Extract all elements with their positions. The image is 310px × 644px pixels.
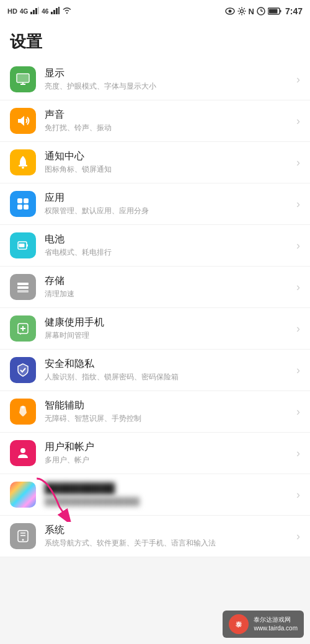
notification-icon [10,149,36,175]
svg-rect-4 [51,12,53,14]
watermark: 泰 泰尔达游戏网 www.tairda.com [223,611,304,638]
carrier-label: HD [7,7,17,15]
display-icon [10,66,36,92]
accounts-arrow: › [296,447,300,460]
settings-item-security[interactable]: 安全和隐私 人脸识别、指纹、锁屏密码、密码保险箱 › [0,350,310,391]
svg-point-10 [240,10,243,13]
notification-subtitle: 图标角标、锁屏通知 [45,164,291,175]
svg-rect-25 [17,198,22,203]
svg-rect-26 [24,198,29,203]
security-subtitle: 人脸识别、指纹、锁屏密码、密码保险箱 [45,372,291,382]
blurred-title: ██████████ [45,482,291,495]
settings-item-display[interactable]: 显示 亮度、护眼模式、字体与显示大小 › [0,59,310,100]
accounts-icon [10,440,36,466]
settings-item-system[interactable]: 系统 系统导航方式、软件更新、关于手机、语言和输入法 › [0,516,310,557]
apps-arrow: › [296,198,300,211]
accessibility-arrow: › [296,405,300,418]
sound-icon [10,108,36,134]
system-title: 系统 [45,524,291,537]
storage-subtitle: 清理加速 [45,289,291,299]
accounts-text: 用户和帐户 多用户、帐户 [45,441,291,465]
svg-rect-30 [19,244,25,247]
blurred-icon [10,482,36,508]
signal-bars-1 [30,7,39,15]
settings-status-icon [237,7,246,15]
display-title: 显示 [45,67,291,80]
svg-rect-18 [17,74,29,82]
settings-item-apps[interactable]: 应用 权限管理、默认应用、应用分身 › [0,183,310,225]
svg-rect-33 [17,286,29,289]
notification-title: 通知中心 [45,150,291,163]
accessibility-icon [10,399,36,425]
apps-icon [10,191,36,217]
blurred-arrow: › [296,488,300,501]
blurred-text-container: ██████████ ██████████████████ [45,482,291,507]
svg-rect-6 [56,8,58,14]
signal-46-1: 46 [42,8,48,15]
system-icon [10,523,36,549]
accessibility-title: 智能辅助 [45,399,291,412]
svg-rect-31 [27,244,28,247]
n-icon: N [249,7,254,16]
health-title: 健康使用手机 [45,316,291,329]
time-display: 7:47 [285,6,303,16]
settings-list: 显示 亮度、护眼模式、字体与显示大小 › 声音 免打扰、铃声、振动 › [0,59,310,557]
status-bar: HD 4G 46 [0,0,310,22]
settings-item-blurred[interactable]: ██████████ ██████████████████ › [0,474,310,516]
apps-text: 应用 权限管理、默认应用、应用分身 [45,192,291,216]
sound-subtitle: 免打扰、铃声、振动 [45,123,291,133]
battery-subtitle: 省电模式、耗电排行 [45,247,291,258]
notification-arrow: › [296,156,300,169]
svg-point-23 [22,167,24,169]
health-icon [10,315,36,342]
watermark-brand: 泰尔达游戏网 [254,615,298,624]
settings-item-health[interactable]: 健康使用手机 屏幕时间管理 › [0,308,310,350]
wifi-icon [62,7,72,15]
svg-rect-16 [280,10,281,12]
watermark-url: www.tairda.com [254,624,298,633]
battery-icon [268,7,281,15]
settings-item-accounts[interactable]: 用户和帐户 多用户、帐户 › [0,433,310,474]
storage-arrow: › [296,281,300,294]
svg-rect-7 [58,7,60,14]
sound-title: 声音 [45,108,291,121]
page-title: 设置 [0,22,310,59]
svg-point-9 [228,10,231,13]
svg-marker-21 [18,116,24,126]
settings-item-sound[interactable]: 声音 免打扰、铃声、振动 › [0,100,310,142]
display-arrow: › [296,73,300,86]
health-subtitle: 屏幕时间管理 [45,330,291,341]
eye-icon [225,7,235,15]
security-text: 安全和隐私 人脸识别、指纹、锁屏密码、密码保险箱 [45,358,291,382]
settings-item-notification[interactable]: 通知中心 图标角标、锁屏通知 › [0,142,310,183]
blurred-subtitle: ██████████████████ [45,496,291,507]
signal-4g: 4G [20,8,28,15]
svg-rect-2 [35,8,37,14]
svg-rect-15 [268,9,277,14]
battery-text: 电池 省电模式、耗电排行 [45,233,291,258]
system-subtitle: 系统导航方式、软件更新、关于手机、语言和输入法 [45,538,291,549]
sound-arrow: › [296,115,300,128]
svg-rect-1 [33,10,35,14]
settings-item-battery[interactable]: 电池 省电模式、耗电排行 › [0,225,310,267]
status-bar-left: HD 4G 46 [7,7,72,15]
settings-item-accessibility[interactable]: 智能辅助 无障碍、智慧识屏、手势控制 › [0,391,310,433]
svg-text:泰: 泰 [236,621,242,628]
svg-rect-27 [17,205,22,210]
svg-point-39 [20,448,25,453]
display-text: 显示 亮度、护眼模式、字体与显示大小 [45,67,291,92]
svg-point-42 [22,539,24,541]
apps-title: 应用 [45,192,291,205]
system-text: 系统 系统导航方式、软件更新、关于手机、语言和输入法 [45,524,291,549]
storage-title: 存储 [45,275,291,288]
notification-text: 通知中心 图标角标、锁屏通知 [45,150,291,175]
accessibility-text: 智能辅助 无障碍、智慧识屏、手势控制 [45,399,291,424]
accounts-title: 用户和帐户 [45,441,291,454]
watermark-logo: 泰 [229,614,249,634]
battery-title: 电池 [45,233,291,246]
signal-bars-2 [51,7,60,15]
status-bar-right: N 7:47 [225,6,303,16]
accounts-subtitle: 多用户、帐户 [45,455,291,465]
settings-item-storage[interactable]: 存储 清理加速 › [0,267,310,308]
system-arrow: › [296,530,300,543]
